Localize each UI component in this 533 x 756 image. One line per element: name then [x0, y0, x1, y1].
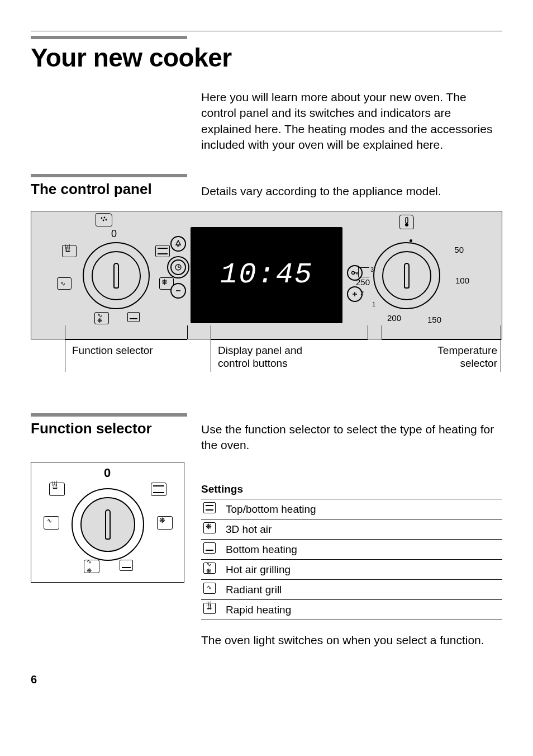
- light-icon: [96, 213, 112, 226]
- callout-line: [187, 325, 188, 339]
- temp-indicator-dot: [410, 239, 412, 242]
- callout-line: [382, 339, 501, 340]
- bottom-heating-icon: [127, 312, 142, 324]
- setting-label: Radiant grill: [223, 580, 502, 600]
- top-bottom-heating-icon: [203, 502, 216, 513]
- table-row: Radiant grill: [201, 580, 502, 600]
- section-accent-bar: [31, 413, 187, 417]
- alarm-button[interactable]: [170, 236, 186, 252]
- temp-label-250: 250: [356, 277, 370, 287]
- rapid-heating-icon: [62, 245, 77, 257]
- 3d-hot-air-icon: [203, 522, 216, 533]
- grill-level-icon: [358, 267, 369, 277]
- display-time: 10:45: [220, 258, 313, 291]
- hot-air-grilling-icon: [203, 563, 216, 574]
- callout-function-selector: Function selector: [72, 344, 153, 357]
- svg-rect-14: [406, 218, 408, 223]
- callout-line: [65, 339, 187, 340]
- callout-line: [368, 325, 368, 339]
- page-number: 6: [31, 673, 502, 686]
- intro-paragraph: Here you will learn more about your new …: [201, 89, 502, 153]
- radiant-grill-icon: [57, 277, 72, 290]
- table-row: 3D hot air: [201, 519, 502, 540]
- callout-line: [65, 325, 65, 339]
- svg-point-2: [103, 219, 104, 221]
- setting-label: Top/bottom heating: [223, 499, 502, 519]
- rapid-heating-icon: [203, 603, 216, 614]
- top-bottom-heating-icon: [155, 245, 170, 257]
- bottom-heating-icon: [120, 560, 135, 573]
- temperature-selector-dial[interactable]: [373, 242, 440, 309]
- svg-point-1: [104, 216, 106, 218]
- temperature-icon: [399, 215, 414, 229]
- function-selector-dial[interactable]: [72, 488, 144, 561]
- function-selector-intro: Use the function selector to select the …: [201, 422, 502, 453]
- callout-display-panel: Display panel and control buttons: [218, 344, 318, 371]
- temp-label-200: 200: [387, 313, 401, 323]
- display-panel: 10:45: [191, 227, 342, 323]
- radiant-grill-icon: [44, 516, 59, 530]
- temp-label-150: 150: [427, 315, 441, 324]
- svg-point-3: [106, 219, 107, 220]
- 3d-hot-air-icon: [157, 516, 173, 530]
- page-title: Your new cooker: [31, 42, 502, 73]
- knob-zero: 0: [104, 466, 111, 480]
- function-dial-zero: 0: [111, 228, 117, 240]
- temp-label-2: 2: [360, 290, 364, 296]
- function-selector-note: The oven light switches on when you sele…: [201, 632, 502, 648]
- callout-temperature-selector: Temperature selector: [427, 344, 497, 371]
- section-accent-bar: [31, 174, 187, 177]
- setting-label: Rapid heating: [223, 600, 502, 620]
- temp-label-1: 1: [372, 301, 375, 308]
- callout-line: [211, 339, 368, 340]
- settings-table: Top/bottom heating 3D hot air Bottom hea…: [201, 499, 502, 620]
- rapid-heating-icon: [49, 483, 65, 496]
- hot-air-grilling-icon: [84, 560, 99, 573]
- svg-point-9: [352, 271, 355, 274]
- svg-point-0: [101, 217, 103, 219]
- temp-label-100: 100: [455, 276, 469, 285]
- svg-point-15: [405, 223, 408, 226]
- table-row: Bottom heating: [201, 540, 502, 560]
- setting-label: Bottom heating: [223, 540, 502, 560]
- settings-heading: Settings: [201, 483, 502, 495]
- control-panel-figure: 0 10:45: [31, 211, 502, 384]
- table-row: Top/bottom heating: [201, 499, 502, 519]
- temp-label-50: 50: [454, 245, 464, 254]
- table-row: Hot air grilling: [201, 560, 502, 580]
- title-accent-bar: [31, 36, 187, 39]
- table-row: Rapid heating: [201, 600, 502, 620]
- setting-label: 3D hot air: [223, 519, 502, 540]
- callout-line: [211, 339, 211, 372]
- top-rule: [31, 31, 502, 31]
- top-bottom-heating-icon: [151, 483, 166, 496]
- minus-button[interactable]: [170, 283, 186, 299]
- function-selector-knob-figure: 0: [31, 462, 184, 583]
- callout-line: [501, 325, 501, 372]
- callout-line: [211, 325, 211, 339]
- radiant-grill-icon: [203, 583, 216, 594]
- clock-button[interactable]: [170, 259, 186, 275]
- function-selector-dial[interactable]: [83, 242, 150, 309]
- control-panel-note: Details vary according to the appliance …: [201, 183, 502, 199]
- bottom-heating-icon: [203, 542, 216, 554]
- control-panel: 0 10:45: [31, 211, 502, 339]
- hot-air-grilling-icon: [94, 312, 109, 324]
- control-buttons-left: [170, 230, 186, 304]
- setting-label: Hot air grilling: [223, 560, 502, 580]
- callout-line: [382, 325, 382, 339]
- callout-line: [65, 339, 65, 372]
